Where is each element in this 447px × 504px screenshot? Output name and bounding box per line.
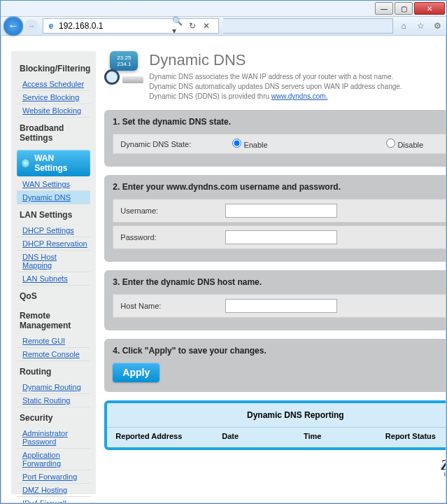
home-icon[interactable]: ⌂ [397, 20, 410, 32]
close-button[interactable]: ✕ [414, 2, 445, 15]
label-password: Password: [120, 233, 204, 241]
tab-strip[interactable] [223, 18, 393, 34]
sidebar-active-label: WAN Settings [34, 153, 86, 173]
row-username: Username: [113, 199, 446, 223]
row-hostname: Host Name: [113, 294, 446, 318]
report-box: Dynamic DNS Reporting Reported Address D… [104, 400, 446, 450]
hostname-input[interactable] [225, 299, 337, 313]
password-input[interactable] [225, 230, 337, 244]
favorites-icon[interactable]: ☆ [414, 20, 427, 32]
label-username: Username: [120, 206, 204, 215]
sidebar-heading-security: Security [17, 407, 90, 427]
sidebar-link[interactable]: DNS Host Mapping [17, 251, 90, 272]
page-header: 23.25234.1 Dynamic DNS Dynamic DNS assoc… [104, 51, 446, 102]
section-title: 3. Enter the dynamic DNS host name. [113, 277, 446, 287]
url-input[interactable]: e 192.168.0.1 🔍▾ ↻ ✕ [43, 18, 219, 34]
sidebar-link[interactable]: DMZ Hosting [17, 484, 90, 497]
label-hostname: Host Name: [120, 302, 204, 310]
col-address: Reported Address [115, 432, 222, 440]
sidebar-link[interactable]: Service Blocking [17, 91, 90, 104]
sidebar-heading-lan: LAN Settings [17, 204, 90, 224]
address-bar: ← → e 192.168.0.1 🔍▾ ↻ ✕ ⌂ ☆ ⚙ [1, 16, 446, 36]
maximize-button[interactable]: ▢ [395, 2, 413, 15]
minimize-button[interactable]: — [375, 2, 393, 15]
url-text: 192.168.0.1 [59, 21, 103, 31]
sidebar-link[interactable]: Port Forwarding [17, 470, 90, 484]
radio-enable-label[interactable]: Enable [232, 139, 316, 149]
section-apply: 4. Click "Apply" to save your changes. A… [104, 339, 446, 392]
sidebar-link[interactable]: Access Scheduler [17, 78, 90, 91]
section-title: 4. Click "Apply" to save your changes. [113, 346, 446, 356]
globe-icon [21, 158, 30, 168]
col-status: Report Status [385, 432, 446, 440]
section-hostname: 3. Enter the dynamic DNS host name. Host… [104, 270, 446, 330]
apply-button[interactable]: Apply [113, 363, 159, 382]
main-content: 23.25234.1 Dynamic DNS Dynamic DNS assoc… [96, 51, 446, 494]
sidebar: Blocking/Filtering Access Scheduler Serv… [11, 51, 96, 494]
sidebar-heading-qos: QoS [17, 286, 90, 305]
sidebar-link[interactable]: Website Blocking [17, 104, 90, 118]
stop-icon[interactable]: ✕ [200, 20, 213, 32]
section-title: 2. Enter your www.dyndns.com username an… [113, 182, 446, 192]
section-credentials: 2. Enter your www.dyndns.com username an… [104, 175, 446, 262]
row-password: Password: [113, 225, 446, 249]
radio-disable-label[interactable]: Disable [386, 139, 446, 149]
sidebar-active-wan[interactable]: WAN Settings [17, 150, 90, 176]
username-input[interactable] [225, 204, 337, 218]
sidebar-link[interactable]: LAN Subnets [17, 272, 90, 286]
sidebar-link-selected[interactable]: Dynamic DNS [17, 191, 90, 204]
gear-icon[interactable]: ⚙ [431, 20, 444, 32]
sidebar-link[interactable]: Administrator Password [17, 427, 90, 449]
sidebar-heading-remote: Remote Management [17, 305, 90, 335]
row-state: Dynamic DNS State: Enable Disable [113, 134, 446, 154]
sidebar-link[interactable]: Remote GUI [17, 335, 90, 348]
header-icon: 23.25234.1 [104, 51, 143, 85]
back-button[interactable]: ← [3, 16, 23, 36]
sidebar-heading-routing: Routing [17, 361, 90, 381]
col-time: Time [304, 432, 385, 440]
section-state: 1. Set the dynamic DNS state. Dynamic DN… [104, 110, 446, 167]
report-title: Dynamic DNS Reporting [107, 403, 446, 428]
sidebar-link[interactable]: Application Forwarding [17, 449, 90, 470]
sidebar-heading-blocking: Blocking/Filtering [17, 58, 90, 78]
sidebar-link[interactable]: Dynamic Routing [17, 381, 90, 394]
ie-icon: e [46, 21, 56, 31]
page-description: Dynamic DNS associates the WAN IP addres… [149, 72, 402, 102]
search-dropdown-icon[interactable]: 🔍▾ [172, 20, 185, 32]
sidebar-link[interactable]: IPv4 Firewall [17, 497, 90, 503]
radio-enable[interactable] [232, 139, 241, 148]
section-title: 1. Set the dynamic DNS state. [113, 117, 446, 127]
sidebar-link[interactable]: WAN Settings [17, 178, 90, 191]
sidebar-link[interactable]: DHCP Settings [17, 224, 90, 237]
forward-button[interactable]: → [24, 19, 38, 33]
sidebar-link[interactable]: DHCP Reservation [17, 237, 90, 251]
radio-disable[interactable] [386, 139, 395, 148]
report-columns: Reported Address Date Time Report Status [107, 428, 446, 447]
col-date: Date [222, 432, 304, 440]
refresh-icon[interactable]: ↻ [186, 20, 199, 32]
sidebar-link[interactable]: Static Routing [17, 394, 90, 407]
brand-sub: ENABLED [104, 472, 446, 477]
page-title: Dynamic DNS [149, 51, 402, 69]
label-state: Dynamic DNS State: [120, 140, 204, 148]
dyndns-link[interactable]: www.dyndns.com. [271, 92, 328, 100]
brand-logo: ZyXEL [104, 457, 446, 473]
title-bar: — ▢ ✕ [1, 1, 446, 16]
sidebar-heading-broadband: Broadband Settings [17, 118, 90, 147]
sidebar-link[interactable]: Remote Console [17, 348, 90, 361]
